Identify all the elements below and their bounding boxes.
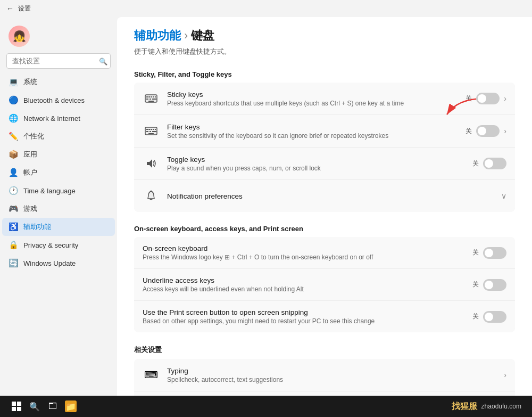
setting-controls-onscreen-keyboard: 关 bbox=[472, 247, 506, 259]
sidebar-item-accounts[interactable]: 👤帐户 bbox=[2, 163, 115, 182]
section3-card: ⌨ Typing Spellcheck, autocorrect, text s… bbox=[134, 359, 515, 396]
svg-rect-26 bbox=[17, 407, 21, 411]
avatar: 👧 bbox=[9, 26, 30, 47]
sidebar-item-network[interactable]: 🌐Network & internet bbox=[2, 109, 115, 127]
page-header: 辅助功能 › 键盘 便于键入和使用键盘快捷方式。 bbox=[134, 28, 515, 56]
svg-rect-5 bbox=[153, 96, 154, 97]
search-icon[interactable]: 🔍 bbox=[99, 57, 107, 65]
sidebar-item-timelang[interactable]: 🕐Time & language bbox=[2, 182, 115, 200]
breadcrumb-parent[interactable]: 辅助功能 bbox=[134, 28, 181, 44]
setting-desc-typing: Spellcheck, autocorrect, text suggestion… bbox=[167, 376, 496, 383]
setting-row-toggle-keys[interactable]: Toggle keys Play a sound when you press … bbox=[134, 148, 515, 180]
setting-name-notification-pref: Notification preferences bbox=[167, 192, 494, 200]
search-box[interactable]: 🔍 bbox=[6, 53, 111, 69]
nav-icon-timelang: 🕐 bbox=[9, 186, 18, 195]
svg-rect-14 bbox=[151, 129, 152, 130]
setting-row-underline-access[interactable]: Underline access keys Access keys will b… bbox=[134, 269, 515, 301]
breadcrumb-separator: › bbox=[184, 29, 188, 43]
toggle-print-screen[interactable] bbox=[483, 311, 506, 323]
toggle-onscreen-keyboard[interactable] bbox=[483, 247, 506, 259]
setting-text-print-screen: Use the Print screen button to open scre… bbox=[143, 308, 465, 325]
main-content: 辅助功能 › 键盘 便于键入和使用键盘快捷方式。 Sticky, Filter,… bbox=[117, 17, 532, 396]
setting-row-print-screen[interactable]: Use the Print screen button to open scre… bbox=[134, 301, 515, 332]
sidebar-item-winupdate[interactable]: 🔄Windows Update bbox=[2, 254, 115, 272]
setting-name-typing: Typing bbox=[167, 367, 496, 375]
toggle-state-underline-access: 关 bbox=[472, 280, 479, 289]
svg-rect-18 bbox=[149, 131, 151, 132]
nav-label-apps: 应用 bbox=[23, 150, 37, 159]
sidebar: 👧 🔍 💻系统🔵Bluetooth & devices🌐Network & in… bbox=[0, 17, 117, 396]
toggle-sticky-keys[interactable] bbox=[476, 93, 500, 104]
taskbar-search-icon[interactable]: 🔍 bbox=[29, 400, 40, 412]
toggle-state-print-screen: 关 bbox=[472, 312, 479, 321]
setting-row-language-region[interactable]: 🌐 Language & region Display language, pr… bbox=[134, 391, 515, 396]
nav-label-accounts: 帐户 bbox=[23, 168, 37, 177]
sidebar-item-privacy[interactable]: 🔒Privacy & security bbox=[2, 236, 115, 254]
toggle-filter-keys[interactable] bbox=[476, 125, 500, 137]
setting-desc-sticky-keys: Press keyboard shortcuts that use multip… bbox=[167, 100, 458, 107]
nav-label-gaming: 游戏 bbox=[23, 204, 37, 214]
footer-left: 🔍 🗔 📁 bbox=[11, 400, 77, 412]
setting-desc-toggle-keys: Play a sound when you press caps, num, o… bbox=[167, 165, 465, 172]
setting-desc-print-screen: Based on other app settings, you might n… bbox=[143, 317, 465, 325]
nav-icon-accessibility: ♿ bbox=[9, 222, 18, 232]
folder-icon[interactable]: 📁 bbox=[65, 400, 77, 412]
setting-icon-kb bbox=[143, 90, 160, 107]
svg-rect-15 bbox=[153, 129, 154, 130]
setting-icon-speaker bbox=[143, 155, 160, 172]
svg-marker-21 bbox=[147, 159, 152, 168]
setting-desc-filter-keys: Set the sensitivity of the keyboard so i… bbox=[167, 132, 458, 140]
nav-icon-personalization: ✏️ bbox=[9, 132, 18, 141]
svg-rect-25 bbox=[12, 407, 16, 411]
sidebar-item-apps[interactable]: 📦应用 bbox=[2, 145, 115, 163]
sidebar-item-bluetooth[interactable]: 🔵Bluetooth & devices bbox=[2, 91, 115, 109]
section3-title: 相关设置 bbox=[134, 341, 515, 357]
task-view-icon[interactable]: 🗔 bbox=[47, 400, 59, 412]
toggle-underline-access[interactable] bbox=[483, 279, 506, 291]
windows-button[interactable] bbox=[11, 400, 22, 412]
breadcrumb: 辅助功能 › 键盘 bbox=[134, 28, 515, 44]
nav-icon-winupdate: 🔄 bbox=[9, 258, 18, 268]
chevron-down-icon: ∨ bbox=[501, 192, 506, 200]
setting-name-underline-access: Underline access keys bbox=[143, 276, 465, 284]
back-button[interactable]: ← bbox=[6, 4, 14, 13]
toggle-toggle-keys[interactable] bbox=[483, 158, 506, 169]
nav-label-network: Network & internet bbox=[23, 115, 80, 122]
setting-controls-underline-access: 关 bbox=[472, 279, 506, 291]
setting-controls-typing: › bbox=[504, 371, 506, 379]
sidebar-item-accessibility[interactable]: ♿辅助功能 bbox=[2, 218, 115, 236]
sidebar-item-gaming[interactable]: 🎮游戏 bbox=[2, 200, 115, 218]
search-input[interactable] bbox=[6, 53, 111, 69]
toggle-state-onscreen-keyboard: 关 bbox=[472, 248, 479, 257]
setting-row-sticky-keys[interactable]: Sticky keys Press keyboard shortcuts tha… bbox=[134, 83, 515, 115]
chevron-right-icon-filter-keys: › bbox=[504, 127, 506, 135]
setting-name-toggle-keys: Toggle keys bbox=[167, 156, 465, 163]
footer-brand: 找猩服 bbox=[452, 401, 477, 412]
svg-rect-9 bbox=[152, 99, 156, 100]
nav-icon-accounts: 👤 bbox=[9, 168, 18, 177]
nav-label-privacy: Privacy & security bbox=[23, 241, 78, 249]
setting-desc-onscreen-keyboard: Press the Windows logo key ⊞ + Ctrl + O … bbox=[143, 254, 465, 261]
setting-text-onscreen-keyboard: On-screen keyboard Press the Windows log… bbox=[143, 244, 465, 261]
nav-icon-system: 💻 bbox=[9, 77, 18, 87]
breadcrumb-current: 键盘 bbox=[191, 28, 214, 44]
setting-row-notification-pref[interactable]: Notification preferences ∨ bbox=[134, 180, 515, 212]
nav-label-accessibility: 辅助功能 bbox=[23, 222, 51, 232]
app-container: 👧 🔍 💻系统🔵Bluetooth & devices🌐Network & in… bbox=[0, 17, 532, 396]
setting-controls-filter-keys: 关› bbox=[466, 125, 506, 137]
nav-label-winupdate: Windows Update bbox=[23, 259, 76, 267]
svg-rect-8 bbox=[149, 99, 151, 100]
sidebar-item-system[interactable]: 💻系统 bbox=[2, 73, 115, 91]
setting-icon-typing: ⌨ bbox=[143, 366, 160, 383]
setting-row-filter-keys[interactable]: Filter keys Set the sensitivity of the k… bbox=[134, 115, 515, 148]
sidebar-item-personalization[interactable]: ✏️个性化 bbox=[2, 127, 115, 145]
svg-rect-23 bbox=[12, 402, 16, 406]
setting-controls-toggle-keys: 关 bbox=[472, 158, 506, 169]
setting-row-typing[interactable]: ⌨ Typing Spellcheck, autocorrect, text s… bbox=[134, 359, 515, 391]
nav-label-personalization: 个性化 bbox=[23, 132, 44, 141]
setting-row-onscreen-keyboard[interactable]: On-screen keyboard Press the Windows log… bbox=[134, 237, 515, 269]
svg-rect-3 bbox=[148, 96, 150, 97]
svg-point-22 bbox=[151, 191, 152, 192]
chevron-right-icon-typing: › bbox=[504, 371, 506, 379]
section2-title: On-screen keyboard, access keys, and Pri… bbox=[134, 220, 515, 235]
